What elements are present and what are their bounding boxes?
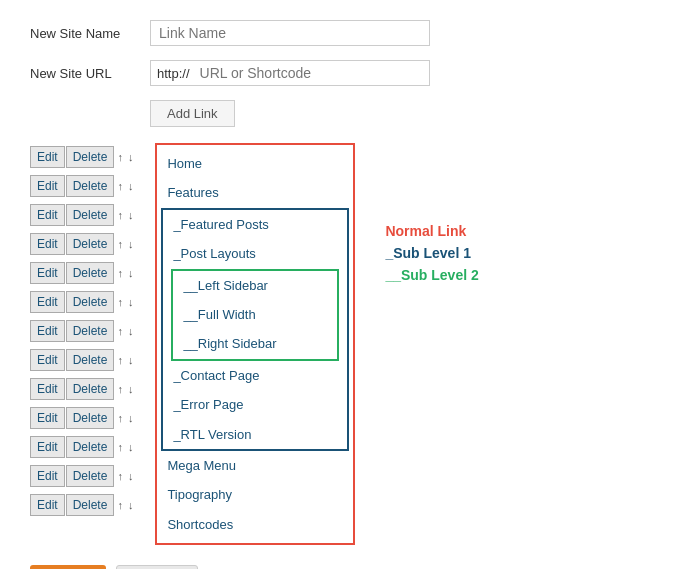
sub-level1-group: _Featured Posts _Post Layouts __Left Sid… (161, 208, 349, 451)
menu-item-contact-page[interactable]: _Contact Page (163, 361, 347, 390)
up-btn-4[interactable]: ↑ (115, 238, 125, 250)
down-btn-8[interactable]: ↓ (126, 354, 136, 366)
footer-row: Save Cancel (30, 565, 670, 569)
down-btn-6[interactable]: ↓ (126, 296, 136, 308)
edit-delete-row-13: Edit Delete ↑ ↓ (30, 491, 135, 519)
delete-btn-13[interactable]: Delete (66, 494, 115, 516)
delete-btn-11[interactable]: Delete (66, 436, 115, 458)
up-btn-5[interactable]: ↑ (115, 267, 125, 279)
up-btn-12[interactable]: ↑ (115, 470, 125, 482)
delete-btn-4[interactable]: Delete (66, 233, 115, 255)
site-name-input[interactable] (150, 20, 430, 46)
menu-item-features[interactable]: Features (157, 178, 353, 207)
delete-btn-3[interactable]: Delete (66, 204, 115, 226)
delete-btn-7[interactable]: Delete (66, 320, 115, 342)
down-btn-3[interactable]: ↓ (126, 209, 136, 221)
edit-btn-12[interactable]: Edit (30, 465, 65, 487)
up-btn-11[interactable]: ↑ (115, 441, 125, 453)
up-btn-7[interactable]: ↑ (115, 325, 125, 337)
down-btn-5[interactable]: ↓ (126, 267, 136, 279)
edit-delete-row-6: Edit Delete ↑ ↓ (30, 288, 135, 316)
main-area: Edit Delete ↑ ↓ Edit Delete ↑ ↓ Edit Del… (30, 143, 670, 545)
edit-btn-4[interactable]: Edit (30, 233, 65, 255)
down-btn-10[interactable]: ↓ (126, 412, 136, 424)
delete-btn-9[interactable]: Delete (66, 378, 115, 400)
delete-btn-8[interactable]: Delete (66, 349, 115, 371)
save-button[interactable]: Save (30, 565, 106, 569)
add-link-button[interactable]: Add Link (150, 100, 235, 127)
up-btn-3[interactable]: ↑ (115, 209, 125, 221)
site-name-row: New Site Name (30, 20, 670, 46)
menu-item-left-sidebar[interactable]: __Left Sidebar (173, 271, 337, 300)
legend: Normal Link _Sub Level 1 __Sub Level 2 (385, 223, 478, 545)
menu-item-rtl-version[interactable]: _RTL Version (163, 420, 347, 449)
edit-delete-row-10: Edit Delete ↑ ↓ (30, 404, 135, 432)
up-btn-8[interactable]: ↑ (115, 354, 125, 366)
sub-level2-group: __Left Sidebar __Full Width __Right Side… (171, 269, 339, 361)
edit-delete-row-4: Edit Delete ↑ ↓ (30, 230, 135, 258)
edit-btn-7[interactable]: Edit (30, 320, 65, 342)
menu-list-container: Home Features _Featured Posts _Post Layo… (155, 143, 355, 545)
site-url-row: New Site URL http:// (30, 60, 670, 86)
edit-btn-6[interactable]: Edit (30, 291, 65, 313)
delete-btn-2[interactable]: Delete (66, 175, 115, 197)
add-link-row: Add Link (150, 100, 670, 127)
delete-btn-12[interactable]: Delete (66, 465, 115, 487)
up-btn-13[interactable]: ↑ (115, 499, 125, 511)
cancel-button[interactable]: Cancel (116, 565, 198, 569)
menu-item-tipography[interactable]: Tipography (157, 480, 353, 509)
delete-btn-10[interactable]: Delete (66, 407, 115, 429)
down-btn-1[interactable]: ↓ (126, 151, 136, 163)
menu-item-featured-posts[interactable]: _Featured Posts (163, 210, 347, 239)
up-btn-6[interactable]: ↑ (115, 296, 125, 308)
edit-delete-row-9: Edit Delete ↑ ↓ (30, 375, 135, 403)
delete-btn-5[interactable]: Delete (66, 262, 115, 284)
edit-btn-9[interactable]: Edit (30, 378, 65, 400)
edit-btn-11[interactable]: Edit (30, 436, 65, 458)
up-btn-1[interactable]: ↑ (115, 151, 125, 163)
legend-sub2: __Sub Level 2 (385, 267, 478, 283)
down-btn-11[interactable]: ↓ (126, 441, 136, 453)
down-btn-9[interactable]: ↓ (126, 383, 136, 395)
menu-item-post-layouts[interactable]: _Post Layouts (163, 239, 347, 268)
url-prefix: http:// (151, 62, 196, 85)
up-btn-2[interactable]: ↑ (115, 180, 125, 192)
edit-delete-row-12: Edit Delete ↑ ↓ (30, 462, 135, 490)
edit-btn-8[interactable]: Edit (30, 349, 65, 371)
url-input[interactable] (196, 61, 429, 85)
down-btn-2[interactable]: ↓ (126, 180, 136, 192)
edit-delete-row-5: Edit Delete ↑ ↓ (30, 259, 135, 287)
legend-normal-link: Normal Link (385, 223, 478, 239)
menu-item-shortcodes[interactable]: Shortcodes (157, 510, 353, 539)
edit-delete-row-3: Edit Delete ↑ ↓ (30, 201, 135, 229)
edit-btn-3[interactable]: Edit (30, 204, 65, 226)
up-btn-9[interactable]: ↑ (115, 383, 125, 395)
down-btn-4[interactable]: ↓ (126, 238, 136, 250)
site-name-label: New Site Name (30, 26, 150, 41)
down-btn-7[interactable]: ↓ (126, 325, 136, 337)
delete-btn-6[interactable]: Delete (66, 291, 115, 313)
url-input-wrapper: http:// (150, 60, 430, 86)
up-btn-10[interactable]: ↑ (115, 412, 125, 424)
edit-delete-column: Edit Delete ↑ ↓ Edit Delete ↑ ↓ Edit Del… (30, 143, 135, 545)
menu-item-error-page[interactable]: _Error Page (163, 390, 347, 419)
edit-delete-row-1: Edit Delete ↑ ↓ (30, 143, 135, 171)
menu-item-mega-menu[interactable]: Mega Menu (157, 451, 353, 480)
down-btn-12[interactable]: ↓ (126, 470, 136, 482)
edit-btn-13[interactable]: Edit (30, 494, 65, 516)
legend-sub1: _Sub Level 1 (385, 245, 478, 261)
edit-delete-row-7: Edit Delete ↑ ↓ (30, 317, 135, 345)
edit-btn-1[interactable]: Edit (30, 146, 65, 168)
menu-item-full-width[interactable]: __Full Width (173, 300, 337, 329)
menu-item-home[interactable]: Home (157, 149, 353, 178)
site-url-label: New Site URL (30, 66, 150, 81)
edit-btn-5[interactable]: Edit (30, 262, 65, 284)
menu-item-right-sidebar[interactable]: __Right Sidebar (173, 329, 337, 358)
edit-delete-row-8: Edit Delete ↑ ↓ (30, 346, 135, 374)
edit-delete-row-11: Edit Delete ↑ ↓ (30, 433, 135, 461)
edit-delete-row-2: Edit Delete ↑ ↓ (30, 172, 135, 200)
edit-btn-10[interactable]: Edit (30, 407, 65, 429)
delete-btn-1[interactable]: Delete (66, 146, 115, 168)
down-btn-13[interactable]: ↓ (126, 499, 136, 511)
edit-btn-2[interactable]: Edit (30, 175, 65, 197)
